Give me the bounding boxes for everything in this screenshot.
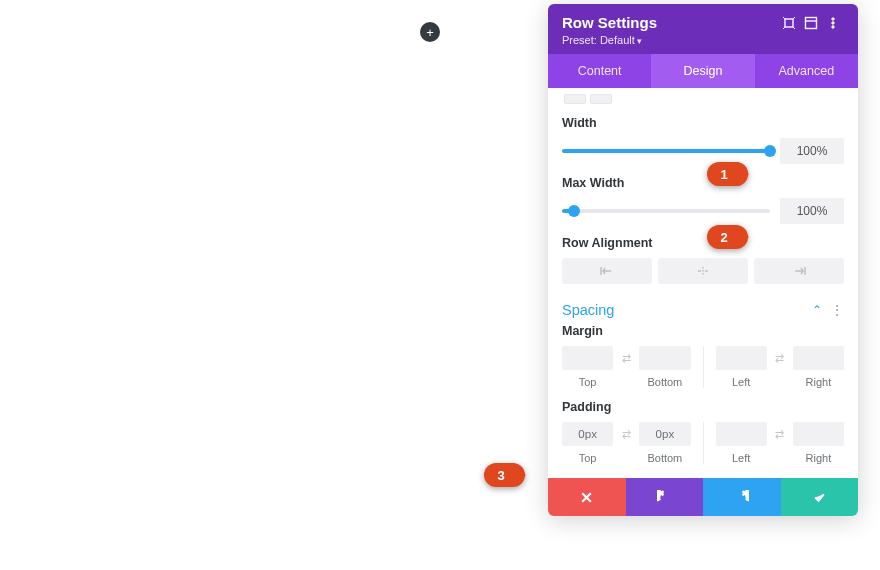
panel-header: Row Settings Preset: Default▾: [548, 4, 858, 54]
chevron-down-icon: ▾: [637, 36, 642, 46]
max-width-slider[interactable]: [562, 209, 770, 213]
row-settings-panel: Row Settings Preset: Default▾ Content De…: [548, 4, 858, 516]
cancel-button[interactable]: [548, 478, 626, 516]
preset-label: Preset: Default: [562, 34, 635, 46]
chevron-up-icon[interactable]: ⌃: [812, 303, 822, 317]
align-right-button[interactable]: [754, 258, 844, 284]
margin-left-input[interactable]: [716, 346, 767, 370]
annotation-marker-3: 3: [483, 462, 527, 488]
padding-bottom-input[interactable]: [639, 422, 690, 446]
padding-right-label: Right: [806, 452, 832, 464]
padding-top-label: Top: [579, 452, 597, 464]
tab-advanced[interactable]: Advanced: [755, 54, 858, 88]
preset-selector[interactable]: Preset: Default▾: [562, 34, 844, 46]
tab-content[interactable]: Content: [548, 54, 651, 88]
link-values-icon[interactable]: ⇄: [617, 422, 635, 446]
spacing-title: Spacing: [562, 302, 812, 318]
width-label: Width: [562, 116, 844, 130]
panel-body: Width Max Width Row Alignment: [548, 88, 858, 478]
link-values-icon[interactable]: ⇄: [771, 346, 789, 370]
svg-line-2: [793, 17, 795, 19]
divider: [703, 346, 704, 388]
max-width-input[interactable]: [780, 198, 844, 224]
margin-bottom-input[interactable]: [639, 346, 690, 370]
width-slider[interactable]: [562, 149, 770, 153]
svg-point-8: [832, 21, 834, 23]
row-alignment-buttons: [562, 258, 844, 284]
redo-button[interactable]: [703, 478, 781, 516]
row-alignment-label: Row Alignment: [562, 236, 844, 250]
margin-bottom-label: Bottom: [647, 376, 682, 388]
margin-label: Margin: [562, 324, 844, 338]
padding-left-label: Left: [732, 452, 750, 464]
svg-point-7: [832, 17, 834, 19]
align-center-button[interactable]: [658, 258, 748, 284]
align-left-button[interactable]: [562, 258, 652, 284]
save-button[interactable]: [781, 478, 859, 516]
padding-bottom-label: Bottom: [647, 452, 682, 464]
plus-icon: +: [426, 26, 434, 39]
panel-layout-icon[interactable]: [800, 16, 822, 30]
svg-line-3: [783, 27, 785, 29]
kebab-menu-icon[interactable]: [822, 16, 844, 30]
pill[interactable]: [564, 94, 586, 104]
svg-point-9: [832, 25, 834, 27]
add-module-button[interactable]: +: [420, 22, 440, 42]
svg-rect-0: [785, 19, 793, 27]
max-width-slider-row: [562, 198, 844, 224]
svg-line-4: [793, 27, 795, 29]
margin-top-input[interactable]: [562, 346, 613, 370]
padding-left-input[interactable]: [716, 422, 767, 446]
padding-grid: Top ⇄ Bottom Left ⇄ Right: [562, 422, 844, 464]
expand-icon[interactable]: [778, 16, 800, 30]
responsive-pills: [564, 94, 844, 104]
margin-grid: Top ⇄ Bottom Left ⇄ Right: [562, 346, 844, 388]
tabs: Content Design Advanced: [548, 54, 858, 88]
divider: [703, 422, 704, 464]
padding-label: Padding: [562, 400, 844, 414]
margin-right-input[interactable]: [793, 346, 844, 370]
padding-top-input[interactable]: [562, 422, 613, 446]
tab-design[interactable]: Design: [651, 54, 754, 88]
width-slider-row: [562, 138, 844, 164]
margin-right-label: Right: [806, 376, 832, 388]
pill[interactable]: [590, 94, 612, 104]
undo-button[interactable]: [626, 478, 704, 516]
padding-right-input[interactable]: [793, 422, 844, 446]
panel-footer: [548, 478, 858, 516]
margin-left-label: Left: [732, 376, 750, 388]
link-values-icon[interactable]: ⇄: [617, 346, 635, 370]
panel-title: Row Settings: [562, 14, 778, 31]
svg-rect-5: [806, 17, 817, 28]
margin-top-label: Top: [579, 376, 597, 388]
max-width-label: Max Width: [562, 176, 844, 190]
svg-line-1: [783, 17, 785, 19]
link-values-icon[interactable]: ⇄: [771, 422, 789, 446]
spacing-section-header[interactable]: Spacing ⌃ ⋮: [562, 302, 844, 318]
width-input[interactable]: [780, 138, 844, 164]
section-kebab-icon[interactable]: ⋮: [830, 302, 844, 318]
